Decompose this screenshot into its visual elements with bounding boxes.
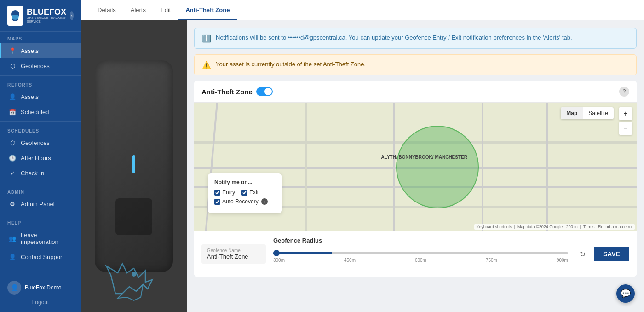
tab-edit[interactable]: Edit [153, 1, 178, 20]
support-icon: 👤 [9, 254, 16, 260]
chat-bubble[interactable]: 💬 [616, 284, 635, 303]
notify-auto-row: Auto Recovery i [214, 198, 275, 205]
logo-icon [7, 6, 23, 26]
section-reports-label: REPORTS [0, 78, 81, 89]
geofence-circle [396, 126, 479, 208]
sidebar-item-leave-impersonation[interactable]: 👥 Leave impersonation [0, 227, 81, 249]
tab-anti-theft[interactable]: Anti-Theft Zone [178, 1, 237, 20]
notify-auto-recovery-checkbox[interactable] [214, 199, 220, 205]
sidebar-item-assets-reports[interactable]: 👤 Assets [0, 89, 81, 104]
divider-2 [0, 121, 81, 122]
sidebar-item-label: After Hours [21, 155, 51, 162]
sidebar-item-geofences-maps[interactable]: ⬡ Geofences [0, 58, 81, 74]
back-button[interactable]: › [70, 11, 74, 20]
sidebar-item-label: Admin Panel [21, 201, 55, 208]
clock-icon: 🕒 [9, 155, 16, 162]
fox-logo-overlay [90, 257, 178, 303]
notify-entry-checkbox[interactable] [214, 190, 220, 196]
sidebar-item-label: Assets [21, 93, 39, 100]
help-icon[interactable]: ? [619, 87, 629, 97]
tabs-bar: Details Alerts Edit Anti-Theft Zone [81, 0, 644, 20]
sidebar-item-label: Geofences [21, 139, 50, 146]
map-type-map-button[interactable]: Map [561, 107, 583, 119]
radius-tick-600: 600m [415, 258, 426, 263]
sidebar-item-label: Check In [21, 170, 44, 177]
map-container: ALYTH/ BONNYBROOK/ MANCHESTER Notify me … [194, 103, 637, 231]
chat-icon: 💬 [621, 289, 631, 299]
tab-alerts[interactable]: Alerts [123, 1, 153, 20]
impersonation-icon: 👥 [9, 235, 16, 242]
zoom-out-button[interactable]: − [619, 122, 632, 135]
save-button[interactable]: SAVE [594, 247, 629, 261]
tab-details[interactable]: Details [90, 1, 123, 20]
notify-auto-recovery-label: Auto Recovery [214, 198, 259, 205]
geofence-name-box: Geofence Name Anti-Theft Zone [201, 244, 266, 264]
sidebar-logo: BLUEFOX GPS VEHICLE TRACKING SERVICE › [0, 0, 81, 32]
device-led [132, 155, 135, 173]
auto-recovery-info-icon[interactable]: i [261, 198, 268, 205]
sidebar-item-after-hours[interactable]: 🕒 After Hours [0, 150, 81, 166]
brand-tagline: GPS VEHICLE TRACKING SERVICE [27, 16, 66, 24]
zone-toggle[interactable] [256, 87, 273, 96]
sidebar-item-label: Contact Support [21, 254, 64, 260]
divider-3 [0, 183, 81, 183]
radius-section: Geofence Radius 300m 450m 600m 750m 900m [273, 237, 568, 271]
user-icon: 👤 [9, 93, 16, 100]
radius-slider[interactable] [273, 252, 568, 254]
notify-exit-checkbox[interactable] [242, 190, 247, 196]
radius-tick-450: 450m [344, 258, 356, 263]
map-attribution: Keyboard shortcuts | Map data ©2024 Goog… [474, 224, 635, 230]
report-map-error-link[interactable]: Report a map error [598, 225, 633, 229]
terms-link[interactable]: Terms [583, 225, 595, 229]
device-image [95, 60, 173, 272]
keyboard-shortcuts: Keyboard shortcuts [476, 225, 512, 229]
radius-tick-300: 300m [273, 258, 285, 263]
sidebar-item-label: Assets [21, 47, 39, 54]
logout-button[interactable]: Logout [7, 298, 74, 306]
avatar: 👤 [7, 281, 21, 295]
brand-name: BLUEFOX [27, 8, 66, 16]
sidebar-item-label: Leave impersonation [21, 231, 74, 245]
refresh-button[interactable]: ↻ [575, 247, 590, 261]
fake-map: ALYTH/ BONNYBROOK/ MANCHESTER Notify me … [194, 103, 637, 231]
info-banner: ℹ️ Notifications will be sent to ••••••d… [194, 28, 637, 49]
sidebar-item-geofences-schedules[interactable]: ⬡ Geofences [0, 135, 81, 150]
zone-settings: Geofence Name Anti-Theft Zone Geofence R… [194, 231, 637, 277]
user-row: 👤 BlueFox Demo [7, 281, 74, 295]
notify-entry-label: Entry [214, 189, 235, 196]
svg-point-2 [132, 272, 136, 277]
zone-header: Anti-Theft Zone ? [194, 81, 637, 103]
info-banner-text: Notifications will be sent to ••••••d@gp… [216, 34, 572, 42]
map-pin-icon: 📍 [9, 47, 16, 54]
calendar-icon: 📅 [9, 109, 16, 116]
zone-title-text: Anti-Theft Zone [201, 88, 253, 96]
notify-popup-title: Notify me on... [214, 179, 275, 185]
radius-slider-wrap: 300m 450m 600m 750m 900m [273, 248, 568, 271]
sidebar-item-scheduled[interactable]: 📅 Scheduled [0, 104, 81, 120]
fox-logo-svg [102, 257, 166, 303]
divider-1 [0, 75, 81, 76]
warning-icon: ⚠️ [202, 61, 211, 69]
warning-banner: ⚠️ Your asset is currently outside of th… [194, 54, 637, 75]
radius-title: Geofence Radius [273, 237, 568, 244]
sidebar-item-assets-maps[interactable]: 📍 Assets [0, 43, 81, 58]
sidebar-item-contact-support[interactable]: 👤 Contact Support [0, 249, 81, 265]
right-panel: ℹ️ Notifications will be sent to ••••••d… [187, 20, 644, 312]
map-type-satellite-button[interactable]: Satellite [583, 107, 614, 119]
zone-panel: Anti-Theft Zone ? [194, 81, 637, 277]
checkin-icon: ✓ [9, 170, 16, 177]
sidebar-item-admin-panel[interactable]: ⚙ Admin Panel [0, 196, 81, 212]
geofence-name-label: Geofence Name [207, 248, 260, 253]
zoom-in-button[interactable]: + [619, 107, 632, 120]
map-type-buttons: Map Satellite [561, 107, 614, 119]
sidebar-item-label: Geofences [21, 63, 50, 69]
sidebar-item-label: Scheduled [21, 109, 49, 116]
section-maps-label: MAPS [0, 32, 81, 43]
sidebar-item-check-in[interactable]: ✓ Check In [0, 166, 81, 181]
radius-tick-750: 750m [486, 258, 497, 263]
divider-4 [0, 214, 81, 214]
map-scale: 200 m [566, 225, 578, 229]
geofence-name-value: Anti-Theft Zone [207, 253, 260, 260]
device-panel [81, 20, 187, 312]
section-help-label: HELP [0, 216, 81, 227]
